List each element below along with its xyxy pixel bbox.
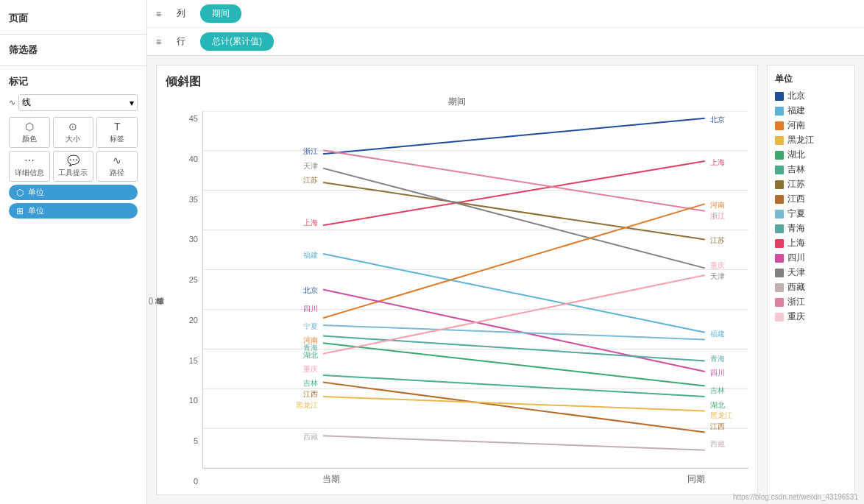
path-button[interactable]: ∿ 路径: [96, 151, 138, 182]
watermark: https://blog.csdn.net/weixin_43196531: [733, 493, 858, 501]
config-rows: ≡ 列 期间 ≡ 行 总计(累计值): [147, 0, 864, 56]
legend-color-jiangxi: [775, 195, 784, 204]
svg-text:北京: 北京: [303, 286, 318, 294]
svg-text:西藏: 西藏: [710, 440, 725, 448]
svg-line-24: [323, 397, 705, 411]
page-label: 页面: [9, 13, 28, 24]
legend-label-heilongjiang: 黑龙江: [787, 134, 814, 146]
chart-area: 倾斜图 期间 总计(累计值) 45 40 35 30 25 20 15 10 5…: [147, 56, 864, 504]
svg-text:福建: 福建: [710, 330, 725, 338]
legend-color-xizang: [775, 283, 784, 292]
size-button[interactable]: ⊙ 大小: [53, 117, 94, 148]
mark-type-select[interactable]: 线 ▾: [18, 94, 138, 111]
detail-label: 详细信息: [15, 168, 44, 178]
legend-color-heilongjiang: [775, 136, 784, 145]
legend-label-fujian: 福建: [787, 104, 805, 117]
chart-container: 倾斜图 期间 总计(累计值) 45 40 35 30 25 20 15 10 5…: [156, 65, 758, 495]
svg-text:福建: 福建: [303, 251, 318, 259]
rows-pill-text: 总计(累计值): [212, 36, 262, 46]
svg-text:黑龙江: 黑龙江: [296, 401, 318, 409]
legend-color-ningxia: [775, 210, 784, 219]
legend-color-hubei: [775, 151, 784, 160]
chart-title: 倾斜图: [166, 74, 748, 90]
legend-label-sichuan: 四川: [787, 252, 805, 264]
mark-section: 标记 ∿ 线 ▾ ⬡ 颜色 ⊙ 大小 T 标签 ⋯ 详细信息: [0, 69, 146, 227]
svg-text:黑龙江: 黑龙江: [710, 411, 732, 419]
svg-text:浙江: 浙江: [710, 212, 725, 220]
x-axis-labels: 当期 同期: [202, 470, 748, 486]
legend-label-qinghai: 青海: [787, 222, 805, 235]
mark-type-label: 线: [22, 96, 31, 109]
y-tick-5: 5: [194, 436, 198, 445]
legend-item-beijing: 北京: [775, 90, 847, 102]
pill-icon-1: ⬡: [16, 188, 24, 198]
svg-text:浙江: 浙江: [303, 147, 318, 155]
svg-line-23: [323, 383, 705, 433]
svg-text:天津: 天津: [710, 272, 725, 280]
y-tick-40: 40: [189, 155, 198, 163]
svg-text:上海: 上海: [303, 219, 318, 227]
divider-2: [0, 65, 146, 66]
legend-item-qinghai: 青海: [775, 222, 847, 235]
pill-label-2: 单位: [28, 205, 44, 216]
svg-text:江苏: 江苏: [710, 236, 725, 244]
svg-text:重庆: 重庆: [710, 261, 725, 269]
chart-subtitle: 期间: [166, 96, 748, 108]
mark-title: 标记: [9, 75, 138, 88]
color-icon: ⬡: [25, 121, 34, 132]
legend-item-heilongjiang: 黑龙江: [775, 134, 847, 146]
legend-color-beijing: [775, 92, 784, 101]
rows-pill[interactable]: 总计(累计值): [200, 32, 274, 51]
svg-text:河南: 河南: [710, 201, 725, 209]
svg-text:重庆: 重庆: [303, 365, 318, 373]
divider-1: [0, 34, 146, 35]
y-axis: 总计(累计值) 45 40 35 30 25 20 15 10 5 0: [166, 111, 202, 486]
svg-text:西藏: 西藏: [303, 433, 318, 441]
y-tick-45: 45: [189, 114, 198, 123]
legend-label-beijing: 北京: [787, 90, 805, 102]
detail-button[interactable]: ⋯ 详细信息: [9, 151, 50, 182]
svg-text:上海: 上海: [710, 158, 725, 166]
legend-color-qinghai: [775, 224, 784, 233]
rows-label: 行: [177, 35, 194, 48]
label-button[interactable]: T 标签: [96, 117, 138, 148]
svg-text:吉林: 吉林: [710, 386, 725, 394]
svg-line-25: [323, 436, 705, 450]
svg-text:北京: 北京: [710, 116, 725, 124]
svg-line-12: [323, 182, 705, 240]
y-tick-10: 10: [189, 396, 198, 405]
svg-line-13: [323, 168, 705, 269]
legend-item-henan: 河南: [775, 119, 847, 132]
sidebar: 页面 筛选器 标记 ∿ 线 ▾ ⬡ 颜色 ⊙ 大小 T 标签: [0, 0, 147, 504]
x-label-current: 当期: [322, 473, 340, 486]
legend-item-fujian: 福建: [775, 104, 847, 117]
svg-line-22: [323, 375, 705, 397]
svg-text:湖北: 湖北: [303, 351, 318, 359]
color-button[interactable]: ⬡ 颜色: [9, 117, 50, 148]
svg-line-14: [323, 150, 705, 210]
legend-label-jilin: 吉林: [787, 163, 805, 176]
cols-icon: ≡: [156, 9, 171, 19]
size-icon: ⊙: [68, 121, 77, 132]
pill-icon-2: ⊞: [16, 206, 24, 216]
y-tick-25: 25: [189, 275, 198, 284]
legend-label-jiangsu: 江苏: [787, 178, 805, 191]
cols-pill[interactable]: 期间: [200, 4, 241, 23]
legend-item-jiangxi: 江西: [775, 193, 847, 205]
legend-color-jilin: [775, 166, 784, 174]
size-label: 大小: [65, 134, 80, 144]
path-label: 路径: [110, 168, 124, 178]
pill-unit-2[interactable]: ⊞ 单位: [9, 203, 138, 219]
tooltip-button[interactable]: 💬 工具提示: [53, 151, 94, 182]
legend-item-chongqing: 重庆: [775, 310, 847, 323]
cols-label: 列: [177, 7, 194, 20]
plot-wrapper: 浙江 天津 江苏 上海 福建 北京 四川 宁夏 河南 青海 湖北 重庆: [202, 111, 748, 486]
legend-item-tianjin: 天津: [775, 266, 847, 279]
pill-unit-1[interactable]: ⬡ 单位: [9, 185, 138, 200]
y-tick-0: 0: [194, 477, 198, 486]
label-icon: T: [114, 121, 121, 132]
legend-item-sichuan: 四川: [775, 252, 847, 264]
mark-buttons-grid: ⬡ 颜色 ⊙ 大小 T 标签 ⋯ 详细信息 💬 工具提示 ∿ 路径: [9, 117, 138, 182]
legend-color-fujian: [775, 107, 784, 116]
legend-color-sichuan: [775, 254, 784, 263]
